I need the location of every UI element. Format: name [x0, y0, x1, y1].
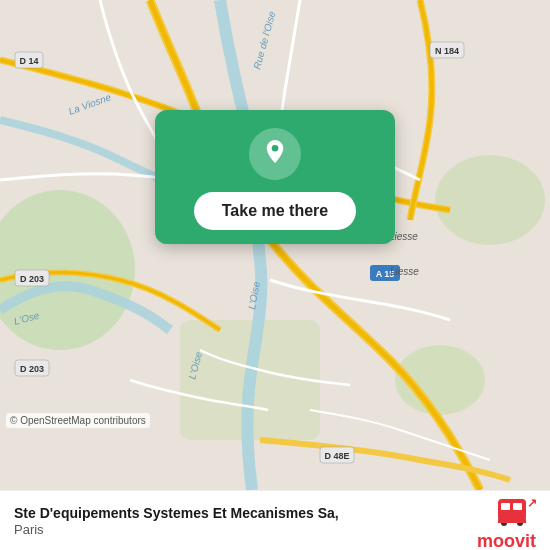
- location-pin-icon: [261, 140, 289, 168]
- svg-point-28: [272, 145, 279, 152]
- info-bar: Ste D'equipements Systemes Et Mecanismes…: [0, 490, 550, 550]
- copyright-notice: © OpenStreetMap contributors: [6, 413, 150, 428]
- business-info: Ste D'equipements Systemes Et Mecanismes…: [14, 504, 465, 537]
- take-me-there-button[interactable]: Take me there: [194, 192, 356, 230]
- svg-rect-30: [501, 503, 510, 510]
- svg-rect-31: [513, 503, 522, 510]
- svg-rect-34: [498, 519, 526, 523]
- svg-text:D 48E: D 48E: [324, 451, 349, 461]
- moovit-logo: ↗ moovit: [477, 489, 536, 550]
- svg-text:N 184: N 184: [435, 46, 459, 56]
- svg-text:D 203: D 203: [20, 364, 44, 374]
- map-container: A 15 A 15 D 14 D 14 N 184 D 203 D 203 D …: [0, 0, 550, 490]
- location-icon-wrapper: [249, 128, 301, 180]
- business-name: Ste D'equipements Systemes Et Mecanismes…: [14, 504, 465, 522]
- moovit-icon: ↗: [494, 489, 536, 531]
- moovit-label: moovit: [477, 531, 536, 550]
- svg-point-2: [435, 155, 545, 245]
- svg-text:Liesse: Liesse: [390, 266, 419, 277]
- svg-text:↗: ↗: [527, 496, 536, 510]
- svg-text:D 203: D 203: [20, 274, 44, 284]
- business-city: Paris: [14, 522, 465, 537]
- svg-text:D 14: D 14: [19, 56, 38, 66]
- popup-card: Take me there: [155, 110, 395, 244]
